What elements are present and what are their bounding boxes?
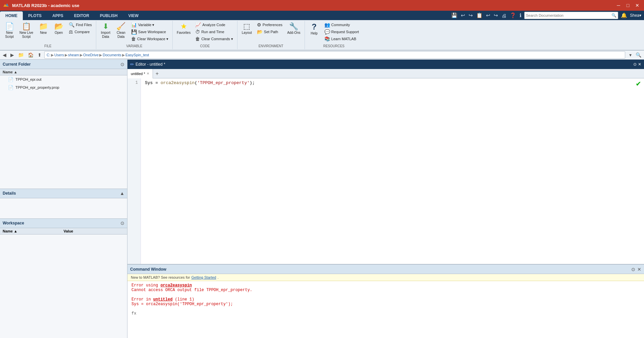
redo-icon[interactable]: ↪ bbox=[468, 12, 474, 19]
learn-matlab-button[interactable]: 📚 Learn MATLAB bbox=[322, 36, 361, 42]
editor-tabs: untitled * ✕ + bbox=[127, 69, 644, 78]
clean-data-button[interactable]: 🧹 CleanData bbox=[114, 21, 128, 40]
command-info-bar: New to MATLAB? See resources for Getting… bbox=[127, 274, 644, 281]
clear-commands-button[interactable]: 🗑 Clear Commands ▾ bbox=[193, 36, 235, 42]
editor-tab-close-button[interactable]: ✕ bbox=[147, 72, 149, 75]
details-panel: Details ▲ bbox=[0, 189, 127, 218]
error-in-text: Error in bbox=[131, 297, 153, 302]
breadcrumb-drive[interactable]: C: bbox=[47, 53, 50, 57]
search-input[interactable] bbox=[526, 13, 611, 17]
minimize-button[interactable]: ─ bbox=[614, 1, 623, 9]
error-file-link[interactable]: untitled bbox=[153, 297, 173, 302]
code-paren-close: ); bbox=[250, 80, 255, 85]
clear-workspace-icon: 🗑 bbox=[131, 36, 136, 42]
addons-button[interactable]: 🔧 Add-Ons bbox=[285, 21, 302, 36]
validation-checkmark-icon: ✔ bbox=[636, 80, 641, 88]
editor-close-button[interactable]: ✕ bbox=[638, 62, 641, 67]
clear-workspace-button[interactable]: 🗑 Clear Workspace ▾ bbox=[129, 36, 170, 42]
breadcrumb-users[interactable]: Users bbox=[54, 53, 64, 57]
tab-apps[interactable]: APPS bbox=[47, 11, 69, 20]
tab-publish[interactable]: PUBLISH bbox=[95, 11, 123, 20]
new-button[interactable]: 📁 New bbox=[36, 21, 51, 36]
command-info-text: New to MATLAB? See resources for bbox=[131, 275, 190, 279]
tab-editor[interactable]: EDITOR bbox=[69, 11, 95, 20]
open-button[interactable]: 📂 Open bbox=[51, 21, 66, 36]
editor-content[interactable]: 1 Sys = orca2easyspin('TPPOH_epr_propert… bbox=[127, 78, 644, 264]
current-folder-options-button[interactable]: ⊙ bbox=[120, 62, 124, 67]
layout-button[interactable]: ⬚ Layout bbox=[239, 21, 254, 36]
tab-view[interactable]: VIEW bbox=[123, 11, 144, 20]
command-close-button[interactable]: ✕ bbox=[637, 267, 641, 272]
nav-folder-button[interactable]: 📁 bbox=[17, 52, 25, 58]
user-menu[interactable]: Shea▾ bbox=[630, 13, 641, 18]
help-button[interactable]: ? Help bbox=[307, 21, 322, 37]
request-support-button[interactable]: 💬 Request Support bbox=[322, 28, 361, 35]
addons-icon: 🔧 bbox=[289, 23, 298, 30]
community-label: Community bbox=[331, 23, 350, 27]
set-path-button[interactable]: 📂 Set Path bbox=[255, 28, 284, 35]
preferences-button[interactable]: ⚙ Preferences bbox=[255, 21, 284, 28]
tab-home[interactable]: HOME bbox=[0, 11, 23, 20]
details-collapse-button[interactable]: ▲ bbox=[120, 191, 124, 196]
nav-expand-button[interactable]: ▾ bbox=[628, 52, 633, 58]
address-bar: ◀ ▶ 📁 🏠 ⬆ C: ▶ Users ▶ sheam ▶ OneDrive … bbox=[0, 50, 644, 60]
breadcrumb-documents[interactable]: Documents bbox=[103, 53, 121, 57]
breadcrumb-onedrive[interactable]: OneDrive bbox=[83, 53, 99, 57]
save-workspace-button[interactable]: 💾 Save Workspace bbox=[129, 28, 170, 35]
new-script-button[interactable]: 📄 NewScript bbox=[2, 21, 17, 40]
new-live-script-button[interactable]: 📋 New LiveScript bbox=[17, 21, 35, 40]
resources-section-content: ? Help 👥 Community 💬 Request Support 📚 L… bbox=[307, 21, 361, 44]
analyze-code-button[interactable]: 📈 Analyze Code bbox=[193, 21, 235, 28]
print-icon[interactable]: 🖨 bbox=[501, 12, 507, 19]
nav-up-button[interactable]: ⬆ bbox=[36, 52, 43, 58]
breadcrumb-sheam[interactable]: sheam bbox=[68, 53, 79, 57]
workspace-options-button[interactable]: ⊙ bbox=[120, 220, 124, 226]
maximize-button[interactable]: □ bbox=[624, 1, 632, 9]
run-time-button[interactable]: ⏱ Run and Time bbox=[193, 28, 235, 35]
nav-back-button[interactable]: ◀ bbox=[1, 52, 8, 58]
copy-icon[interactable]: 📋 bbox=[476, 12, 483, 19]
nav-forward-button[interactable]: ▶ bbox=[9, 52, 15, 58]
save-icon[interactable]: 💾 bbox=[450, 12, 458, 19]
nav-home-button[interactable]: 🏠 bbox=[26, 52, 35, 58]
notification-bell-icon[interactable]: 🔔 bbox=[620, 12, 628, 19]
editor-tab-untitled[interactable]: untitled * ✕ bbox=[127, 69, 153, 78]
file-list: Name ▲ 📄 TPPOH_epr.out 📄 TPPOH_epr_prope… bbox=[0, 69, 127, 189]
command-content[interactable]: Error using orca2easyspin Cannot access … bbox=[127, 281, 644, 338]
getting-started-link[interactable]: Getting Started bbox=[191, 275, 216, 279]
editor-expand-button[interactable]: ⊙ bbox=[633, 62, 637, 67]
variable-button[interactable]: 📊 Variable ▾ bbox=[129, 21, 170, 28]
info-icon[interactable]: ℹ bbox=[519, 12, 522, 19]
editor-tab-add-button[interactable]: + bbox=[153, 69, 161, 78]
learn-matlab-icon: 📚 bbox=[324, 36, 330, 42]
code-area[interactable]: Sys = orca2easyspin('TPPOH_epr_property'… bbox=[141, 78, 644, 264]
preferences-label: Preferences bbox=[263, 23, 282, 27]
current-folder-header: Current Folder ⊙ bbox=[0, 60, 127, 69]
community-button[interactable]: 👥 Community bbox=[322, 21, 361, 28]
help-icon[interactable]: ❓ bbox=[509, 12, 517, 19]
forward-icon[interactable]: ↪ bbox=[493, 12, 499, 19]
command-window-title: Command Window bbox=[130, 267, 166, 272]
breadcrumb-easyspin[interactable]: EasySpin_test bbox=[125, 53, 149, 57]
list-item[interactable]: 📄 TPPOH_epr.out bbox=[0, 75, 127, 83]
compare-button[interactable]: ⚖ Compare bbox=[67, 28, 94, 35]
list-item[interactable]: 📄 TPPOH_epr_property.prop bbox=[0, 83, 127, 91]
import-data-button[interactable]: ⬇ ImportData bbox=[98, 21, 113, 40]
command-titlebar-buttons: ⊙ ✕ bbox=[631, 267, 641, 272]
back-icon[interactable]: ↩ bbox=[485, 12, 491, 19]
undo-icon[interactable]: ↩ bbox=[460, 12, 466, 19]
nav-search-button[interactable]: 🔍 bbox=[634, 52, 643, 58]
close-button[interactable]: ✕ bbox=[633, 1, 641, 9]
variable-col-right: 📊 Variable ▾ 💾 Save Workspace 🗑 Clear Wo… bbox=[129, 21, 170, 42]
file-col-name[interactable]: Name ▲ bbox=[3, 70, 17, 74]
ws-col-name[interactable]: Name ▲ bbox=[3, 229, 64, 233]
code-section: ★ Favorites 📈 Analyze Code ⏱ Run and Tim… bbox=[173, 21, 237, 49]
search-box[interactable]: 🔍 bbox=[524, 12, 618, 19]
favorites-button[interactable]: ★ Favorites bbox=[175, 21, 193, 36]
error-func-name[interactable]: orca2easyspin bbox=[160, 283, 192, 288]
find-files-button[interactable]: 🔍 Find Files bbox=[67, 21, 94, 28]
clean-data-label: CleanData bbox=[117, 31, 125, 39]
command-expand-button[interactable]: ⊙ bbox=[631, 267, 635, 272]
details-header: Details ▲ bbox=[0, 189, 127, 198]
tab-plots[interactable]: PLOTS bbox=[23, 11, 47, 20]
